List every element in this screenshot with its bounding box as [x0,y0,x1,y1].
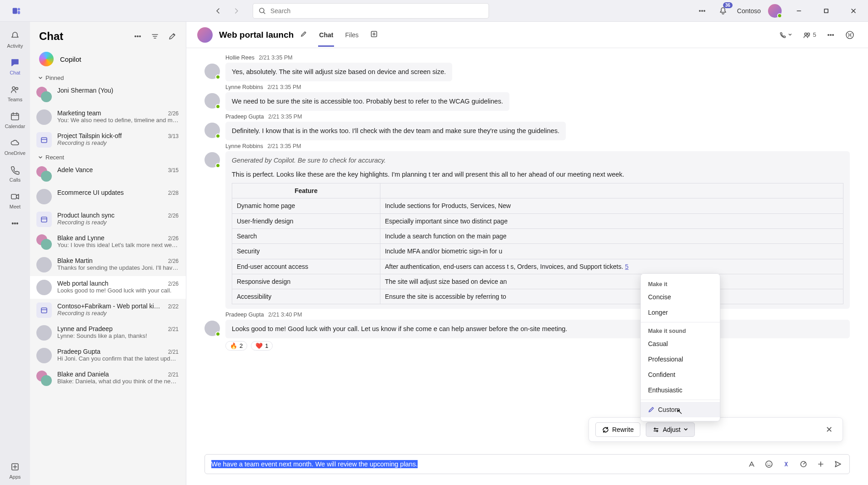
rename-chat-button[interactable] [300,30,307,40]
chat-item-date: 3/13 [168,133,179,139]
chat-item-title: Blake and Lynne [57,234,105,242]
new-chat-button[interactable] [166,30,179,43]
chat-item-preview: Hi Joni. Can you confirm that the latest… [57,355,179,362]
table-row: SearchInclude a search function on the m… [232,228,843,243]
send-button[interactable] [833,459,843,469]
adjust-option-custom[interactable]: Custom [641,402,720,417]
window-maximize-button[interactable] [816,4,836,18]
chat-list-item[interactable]: Joni Sherman (You) [30,83,186,106]
rail-chat[interactable]: Chat [0,53,30,79]
adjust-option-enthusiastic[interactable]: Enthusiastic [641,382,720,398]
adjust-button[interactable]: Adjust [646,422,695,437]
section-pinned[interactable]: Pinned [30,72,186,83]
table-row: Dynamic home pageInclude sections for Pr… [232,198,843,213]
chat-list-item[interactable]: Marketing team2/26You: We also need to d… [30,106,186,129]
table-row: SecurityInclude MFA and/or biometric sig… [232,244,843,259]
rail-calls[interactable]: Calls [0,160,30,186]
adjust-option-longer[interactable]: Longer [641,305,720,320]
emoji-button[interactable] [764,459,774,469]
copilot-bar-close-button[interactable]: ✕ [822,423,836,436]
chat-item-title: Lynne and Pradeep [57,325,113,332]
rail-apps[interactable]: Apps [0,457,30,485]
chat-list-item[interactable]: Product launch sync2/26Recording is read… [30,208,186,231]
more-options-button[interactable] [695,4,709,18]
chat-list-item[interactable]: Blake Martin2/26Thanks for sending the u… [30,253,186,276]
rewrite-button[interactable]: Rewrite [595,422,640,437]
chat-item-date: 2/21 [168,349,179,355]
chat-list-item[interactable]: Blake and Daniela2/21Blake: Daniela, wha… [30,367,186,390]
adjust-option-confident[interactable]: Confident [641,367,720,382]
svg-point-4 [699,10,700,11]
chat-list-title: Chat [39,30,127,43]
teams-app-icon [10,5,23,17]
chat-list-item[interactable]: Adele Vance3/15 [30,163,186,185]
chat-list-item[interactable]: Web portal launch2/26Looks good to me! G… [30,276,186,299]
adjust-option-casual[interactable]: Casual [641,336,720,351]
reaction-fire[interactable]: 🔥 2 [225,341,247,351]
rail-meet[interactable]: Meet [0,187,30,213]
participants-button[interactable]: 5 [800,29,819,41]
message: Hollie Rees 2/21 3:35 PMYes, absolutely.… [205,54,850,81]
chat-item-title: Marketing team [57,109,101,117]
left-nav-rail: Activity Chat Teams Calendar OneDrive Ca… [0,22,30,485]
tab-chat[interactable]: Chat [318,23,334,47]
calendar-icon [36,302,52,318]
svg-point-14 [17,223,18,224]
tab-files[interactable]: Files [344,23,359,47]
chat-item-preview: Recording is ready [57,139,179,146]
table-row: End-user account accessAfter authenticat… [232,259,843,274]
add-tab-button[interactable] [369,22,379,47]
avatar [36,166,52,182]
avatar [205,93,220,109]
global-search[interactable] [253,3,489,19]
rail-more[interactable] [0,214,30,233]
search-input[interactable] [270,7,483,15]
rail-calendar[interactable]: Calendar [0,107,30,133]
chat-list-item[interactable]: Pradeep Gupta2/21Hi Joni. Can you confir… [30,344,186,367]
chat-list-item[interactable]: Lynne and Pradeep2/21Lynne: Sounds like … [30,322,186,344]
copilot-compose-button[interactable] [781,459,791,469]
compose-text[interactable]: We have a team event next month. We will… [211,460,742,468]
conversation-more-button[interactable] [824,30,837,40]
message: Lynne Robbins 2/21 3:35 PMGenerated by C… [205,143,850,309]
window-minimize-button[interactable] [789,4,809,18]
compose-add-button[interactable] [816,459,826,469]
chat-list-more-button[interactable] [131,30,144,43]
chat-item-date: 3/15 [168,167,179,173]
svg-point-25 [828,34,829,35]
cloud-icon [9,137,21,149]
nav-back-button[interactable] [210,3,226,19]
chat-item-date: 2/26 [168,235,179,242]
chat-list-item[interactable]: Project Tailspin kick-off3/13Recording i… [30,129,186,151]
window-close-button[interactable] [843,4,863,18]
rail-onedrive[interactable]: OneDrive [0,134,30,159]
reaction-heart[interactable]: ❤️ 1 [251,341,273,351]
chat-list-filter-button[interactable] [149,30,161,43]
svg-point-6 [704,10,705,11]
chat-list-item[interactable]: Ecommerce UI updates2/28 [30,185,186,208]
chat-list-item[interactable]: Contoso+Fabrikam - Web portal ki…2/22Rec… [30,299,186,322]
message-meta: Pradeep Gupta 2/21 3:35 PM [225,114,850,120]
presence-indicator [777,13,782,18]
chat-item-preview: Thanks for sending the updates Joni. I'l… [57,264,179,271]
svg-point-1 [18,8,20,10]
rail-activity[interactable]: Activity [0,26,30,52]
message-meta: Lynne Robbins 2/21 3:35 PM [225,84,850,90]
adjust-menu: Make it Concise Longer Make it sound Cas… [640,273,720,421]
notifications-button[interactable]: 36 [716,4,730,18]
adjust-option-concise[interactable]: Concise [641,289,720,305]
call-button[interactable] [776,30,795,40]
loop-button[interactable] [798,459,808,469]
table-row: Responsive designThe site will adjust si… [232,274,843,289]
user-avatar[interactable] [768,4,782,18]
adjust-option-professional[interactable]: Professional [641,351,720,367]
copilot-pane-button[interactable] [843,29,857,41]
section-recent[interactable]: Recent [30,151,186,163]
chat-list-item[interactable]: Blake and Lynne2/26You: I love this idea… [30,231,186,253]
nav-forward-button[interactable] [228,3,244,19]
table-link[interactable]: 5 [625,263,629,270]
format-button[interactable] [747,459,757,469]
copilot-chat-entry[interactable]: Copilot [30,46,186,72]
compose-box[interactable]: We have a team event next month. We will… [205,454,850,474]
rail-teams[interactable]: Teams [0,80,30,106]
